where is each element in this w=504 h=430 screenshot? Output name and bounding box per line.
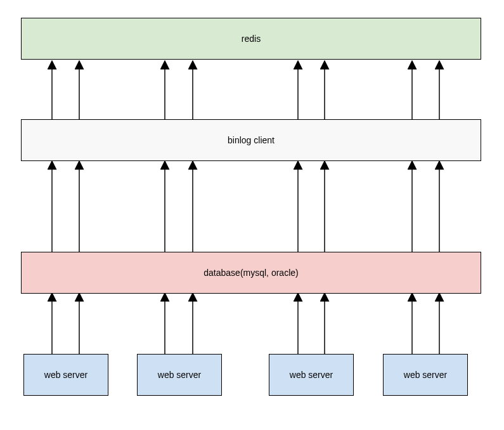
- database-label: database(mysql, oracle): [204, 268, 298, 278]
- arrows-binlog-to-redis: [52, 65, 439, 119]
- binlog-client-box: binlog client: [21, 119, 481, 161]
- web-server-box-4: web server: [383, 354, 468, 396]
- arrows-web-to-db: [52, 297, 439, 354]
- web-server-box-2: web server: [137, 354, 222, 396]
- redis-label: redis: [242, 34, 261, 44]
- database-box: database(mysql, oracle): [21, 252, 481, 294]
- web-server-label: web server: [44, 370, 87, 380]
- arrows-db-to-binlog: [52, 165, 439, 252]
- web-server-box-1: web server: [23, 354, 108, 396]
- web-server-label: web server: [158, 370, 201, 380]
- web-server-label: web server: [404, 370, 447, 380]
- binlog-client-label: binlog client: [228, 135, 275, 145]
- web-server-label: web server: [290, 370, 333, 380]
- web-server-box-3: web server: [269, 354, 354, 396]
- redis-box: redis: [21, 18, 481, 60]
